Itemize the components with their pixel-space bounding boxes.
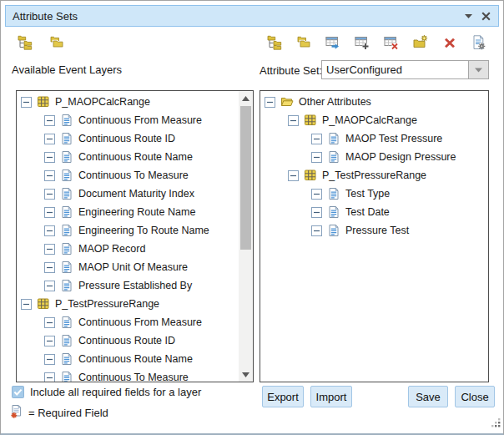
collapse-toggle-icon[interactable]: [44, 262, 55, 273]
available-layers-tree: P_MAOPCalcRangeContinuous From MeasureCo…: [17, 91, 253, 382]
tree-item[interactable]: Continuous Route ID: [17, 129, 253, 148]
folders-button[interactable]: [294, 34, 314, 54]
collapse-toggle-icon[interactable]: [21, 299, 32, 310]
event-layer-icon: [37, 297, 50, 311]
tree-item[interactable]: P_MAOPCalcRange: [260, 111, 488, 129]
collapse-toggle-icon[interactable]: [21, 97, 32, 108]
titlebar[interactable]: Attribute Sets: [5, 5, 499, 27]
close-icon[interactable]: [481, 12, 491, 21]
field-icon: [327, 132, 340, 145]
available-layers-tree-panel: P_MAOPCalcRangeContinuous From MeasureCo…: [16, 90, 254, 382]
collapse-toggle-icon[interactable]: [44, 317, 55, 328]
delete-button[interactable]: [440, 34, 460, 54]
attribute-set-combobox[interactable]: UserConfigured: [321, 60, 489, 79]
tree-item[interactable]: Engineering Route Name: [17, 203, 253, 221]
combo-dropdown-icon[interactable]: [468, 61, 488, 78]
tree-item[interactable]: Document Maturity Index: [17, 185, 253, 203]
collapse-toggle-icon[interactable]: [44, 281, 55, 291]
collapse-toggle-icon[interactable]: [288, 115, 299, 126]
table-add-button[interactable]: [352, 34, 372, 54]
attribute-set-label: Attribute Set:: [260, 64, 322, 77]
scrollbar-thumb[interactable]: [240, 106, 251, 250]
tree-item-label: Engineering To Route Name: [78, 225, 209, 236]
scroll-up-icon[interactable]: [239, 92, 253, 104]
collapse-toggle-icon[interactable]: [44, 225, 55, 236]
toolbar-right-group: [265, 33, 489, 55]
tree-item[interactable]: Continuous Route Name: [17, 350, 253, 368]
tree-item[interactable]: Continuous From Measure: [17, 313, 253, 331]
include-required-checkbox[interactable]: [12, 386, 24, 398]
dock-menu-icon[interactable]: [465, 14, 472, 18]
folders-button[interactable]: [47, 34, 67, 54]
field-icon: [60, 316, 73, 329]
resize-grip-icon[interactable]: [491, 417, 501, 432]
tree-item-label: MAOP Design Pressure: [345, 151, 456, 163]
tree-item-label: Engineering Route Name: [78, 206, 195, 218]
collapse-toggle-icon[interactable]: [44, 354, 55, 365]
tree-item[interactable]: Test Type: [260, 185, 488, 203]
left-panel-scrollbar[interactable]: [239, 91, 253, 382]
tree-item-label: Continuous Route Name: [78, 151, 193, 163]
collapse-toggle-icon[interactable]: [44, 134, 55, 144]
tree-item[interactable]: Continuous From Measure: [17, 111, 253, 129]
tree-item[interactable]: MAOP Unit Of Measure: [17, 258, 253, 276]
tree-item[interactable]: Engineering To Route Name: [17, 221, 253, 240]
collapse-toggle-icon[interactable]: [311, 152, 322, 163]
scroll-down-icon[interactable]: [239, 368, 253, 381]
close-button[interactable]: Close: [455, 386, 495, 407]
required-field-legend: = Required Field: [10, 404, 108, 421]
collapse-toggle-icon[interactable]: [44, 115, 55, 126]
checkbox-label: Include all required fields for a layer: [30, 386, 201, 398]
report-options-button[interactable]: [469, 34, 489, 54]
tree-item[interactable]: MAOP Record: [17, 240, 253, 258]
tree-item[interactable]: MAOP Design Pressure: [260, 148, 488, 166]
include-required-fields-row: Include all required fields for a layer: [12, 386, 201, 398]
table-add-icon: [355, 35, 370, 53]
field-icon: [60, 242, 73, 255]
event-layer-icon: [304, 169, 317, 182]
export-button[interactable]: Export: [262, 386, 304, 407]
tree-item[interactable]: Continuous To Measure: [17, 368, 253, 382]
field-icon: [60, 132, 73, 145]
tree-item[interactable]: P_TestPressureRange: [17, 295, 253, 313]
tree-item[interactable]: Continuous To Measure: [17, 166, 253, 185]
field-icon: [60, 352, 73, 366]
tree-item[interactable]: Continuous Route Name: [17, 148, 253, 166]
layer-tree-button[interactable]: [15, 34, 35, 54]
attribute-sets-dialog: Attribute Sets Available Event Layers At…: [0, 0, 504, 435]
collapse-toggle-icon[interactable]: [44, 207, 55, 218]
table-export-button[interactable]: [323, 34, 343, 54]
collapse-toggle-icon[interactable]: [311, 207, 322, 218]
collapse-toggle-icon[interactable]: [44, 152, 55, 163]
field-icon: [60, 205, 73, 219]
table-remove-button[interactable]: [381, 34, 401, 54]
collapse-toggle-icon[interactable]: [44, 244, 55, 255]
tree-item[interactable]: P_TestPressureRange: [260, 166, 488, 185]
toolbar: [12, 33, 489, 55]
tree-item[interactable]: P_MAOPCalcRange: [17, 93, 253, 111]
tree-item[interactable]: MAOP Test Pressure: [260, 129, 488, 148]
import-button[interactable]: Import: [310, 386, 352, 407]
collapse-toggle-icon[interactable]: [44, 372, 55, 383]
report-gear-icon: [471, 35, 486, 53]
collapse-toggle-icon[interactable]: [44, 170, 55, 181]
tree-item[interactable]: Pressure Established By: [17, 276, 253, 295]
event-layer-icon: [304, 114, 317, 127]
attribute-set-tree: Other AttributesP_MAOPCalcRangeMAOP Test…: [260, 91, 488, 240]
tree-item[interactable]: Other Attributes: [260, 93, 488, 111]
tree-item[interactable]: Test Date: [260, 203, 488, 221]
collapse-toggle-icon[interactable]: [44, 336, 55, 346]
layer-tree-button[interactable]: [265, 34, 285, 54]
new-folder-button[interactable]: [411, 34, 431, 54]
collapse-toggle-icon[interactable]: [288, 170, 299, 181]
tree-item[interactable]: Pressure Test: [260, 221, 488, 240]
collapse-toggle-icon[interactable]: [311, 225, 322, 236]
tree-item[interactable]: Continuous Route ID: [17, 331, 253, 350]
collapse-toggle-icon[interactable]: [311, 189, 322, 200]
collapse-toggle-icon[interactable]: [44, 189, 55, 200]
collapse-toggle-icon[interactable]: [311, 134, 322, 144]
table-remove-icon: [384, 35, 399, 53]
collapse-toggle-icon[interactable]: [265, 97, 275, 108]
save-button[interactable]: Save: [408, 386, 448, 407]
field-icon: [327, 150, 340, 164]
